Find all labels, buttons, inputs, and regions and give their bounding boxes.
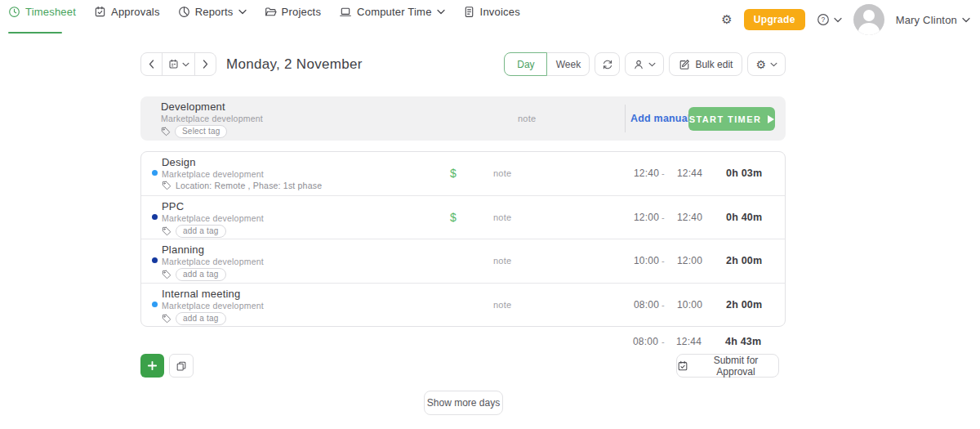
entry-start-time[interactable]: 12:40 <box>634 168 659 179</box>
select-tag-pill[interactable]: Select tag <box>175 125 227 138</box>
time-separator: - <box>662 168 665 178</box>
entry-tags[interactable]: Location: Remote , Phase: 1st phase <box>176 181 322 190</box>
upgrade-button[interactable]: Upgrade <box>744 9 805 30</box>
plus-icon <box>147 360 158 371</box>
tracker-project-name[interactable]: Marketplace development <box>161 114 263 123</box>
entry-info: PPC Marketplace development add a tag <box>162 200 264 238</box>
nav-item-computer-time[interactable]: Computer Time <box>339 6 444 18</box>
user-avatar[interactable] <box>853 4 884 35</box>
show-more-days-button[interactable]: Show more days <box>424 391 503 415</box>
edit-pencil-icon <box>679 59 690 70</box>
start-timer-button[interactable]: START TIMER <box>688 107 775 131</box>
add-tag-pill[interactable]: add a tag <box>176 225 226 238</box>
add-tag-pill[interactable]: add a tag <box>176 268 226 281</box>
entry-note[interactable]: note <box>493 212 511 222</box>
previous-day-button[interactable] <box>140 52 163 76</box>
entry-note[interactable]: note <box>493 256 511 266</box>
entry-duration[interactable]: 2h 00m <box>726 255 762 266</box>
entry-note[interactable]: note <box>493 168 511 178</box>
user-name: Mary Clinton <box>896 14 957 26</box>
entry-info: Design Marketplace development Location:… <box>162 156 322 190</box>
billable-icon[interactable]: $ <box>450 167 457 180</box>
list-settings-button[interactable]: ⚙ <box>747 52 786 76</box>
settings-gear-icon[interactable]: ⚙ <box>721 14 733 26</box>
time-separator: - <box>662 212 665 222</box>
entry-start-time[interactable]: 12:00 <box>634 212 659 223</box>
entry-info: Planning Marketplace development add a t… <box>162 244 264 281</box>
table-row: Design Marketplace development Location:… <box>141 152 785 195</box>
chevron-down-icon <box>962 17 970 23</box>
tracker-note-input[interactable]: note <box>518 96 536 141</box>
nav-item-projects[interactable]: Projects <box>265 6 322 18</box>
entry-start-time[interactable]: 08:00 <box>634 299 659 311</box>
total-duration: 4h 43m <box>725 336 761 347</box>
entry-end-time[interactable]: 12:00 <box>677 255 702 266</box>
entry-task[interactable]: Internal meeting <box>162 288 264 300</box>
help-menu[interactable]: ? <box>817 13 842 26</box>
entry-start-time[interactable]: 10:00 <box>634 255 659 266</box>
entry-end-time[interactable]: 10:00 <box>677 299 702 311</box>
entry-project[interactable]: Marketplace development <box>162 301 264 311</box>
tag-icon <box>161 127 171 136</box>
page-title: Monday, 2 November <box>226 56 363 73</box>
entry-note[interactable]: note <box>493 300 511 310</box>
calendar-icon <box>168 59 179 69</box>
entry-project[interactable]: Marketplace development <box>162 169 322 179</box>
chevron-down-icon <box>648 62 656 67</box>
entry-end-time[interactable]: 12:44 <box>677 168 702 179</box>
play-icon <box>768 115 774 123</box>
nav-item-invoices[interactable]: Invoices <box>463 6 520 18</box>
chevron-down-icon <box>182 62 189 67</box>
entry-duration[interactable]: 0h 03m <box>726 168 762 179</box>
tag-icon <box>162 181 172 190</box>
time-entries-list: Design Marketplace development Location:… <box>140 151 786 327</box>
project-color-dot <box>152 257 158 263</box>
entry-duration[interactable]: 2h 00m <box>726 299 762 311</box>
refresh-button[interactable] <box>595 52 620 76</box>
entry-end-time[interactable]: 12:40 <box>677 212 702 223</box>
bulk-edit-button[interactable]: Bulk edit <box>669 52 742 76</box>
refresh-icon <box>602 59 613 70</box>
week-view-button[interactable]: Week <box>546 52 590 76</box>
clock-icon <box>8 6 20 18</box>
table-row: PPC Marketplace development add a tag $ … <box>141 195 785 239</box>
day-toolbar: Monday, 2 November Day Week <box>140 52 786 76</box>
svg-text:?: ? <box>821 16 825 24</box>
entry-task[interactable]: PPC <box>162 200 264 212</box>
entry-task[interactable]: Planning <box>162 244 264 256</box>
next-day-button[interactable] <box>194 52 216 76</box>
entry-duration[interactable]: 0h 40m <box>726 212 762 223</box>
user-menu[interactable]: Mary Clinton <box>896 14 970 26</box>
tag-icon <box>162 226 172 236</box>
nav-item-reports[interactable]: Reports <box>178 6 247 18</box>
tracker-task-name[interactable]: Development <box>161 101 263 113</box>
calendar-check-icon <box>94 6 106 18</box>
nav-label: Approvals <box>111 6 160 18</box>
entry-project[interactable]: Marketplace development <box>162 257 264 266</box>
main-nav: Timesheet Approvals Reports <box>8 4 520 18</box>
chevron-down-icon <box>770 62 777 67</box>
chevron-down-icon <box>238 9 247 15</box>
total-end-time: 12:44 <box>676 336 702 347</box>
active-tab-underline <box>8 32 62 34</box>
user-filter-button[interactable] <box>625 52 664 76</box>
billable-icon[interactable]: $ <box>450 211 457 224</box>
add-tag-pill[interactable]: add a tag <box>176 312 226 325</box>
table-row: Internal meeting Marketplace development… <box>141 283 785 327</box>
gear-icon: ⚙ <box>755 59 766 70</box>
day-view-button[interactable]: Day <box>504 52 547 76</box>
nav-item-approvals[interactable]: Approvals <box>94 6 160 18</box>
calendar-check-icon <box>677 360 688 372</box>
submit-for-approval-button[interactable]: Submit for Approval <box>676 354 779 378</box>
date-navigation <box>140 52 216 76</box>
entry-task[interactable]: Design <box>162 156 322 168</box>
entry-project[interactable]: Marketplace development <box>162 213 264 223</box>
calendar-picker-button[interactable] <box>162 52 195 76</box>
nav-label: Timesheet <box>25 6 76 18</box>
nav-item-timesheet[interactable]: Timesheet <box>8 6 76 18</box>
nav-label: Projects <box>282 6 322 18</box>
day-week-toggle: Day Week <box>504 52 590 76</box>
add-entry-button[interactable] <box>140 354 164 378</box>
duplicate-day-button[interactable] <box>169 354 194 378</box>
view-controls: Day Week Bulk edit <box>504 52 786 76</box>
